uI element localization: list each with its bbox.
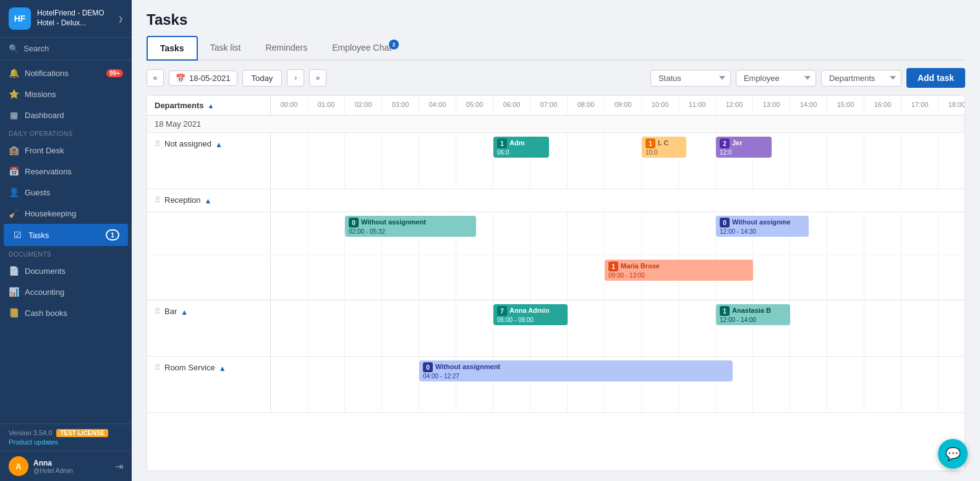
task-block[interactable]: 1Adm06:0 <box>493 137 549 158</box>
expand-icon[interactable]: ▲ <box>215 140 223 149</box>
time-col-bg <box>419 133 456 189</box>
user-info: Anna @Hotel Admin <box>33 459 110 474</box>
time-header-1300: 13:00 <box>753 96 790 115</box>
expand-icon[interactable]: ▲ <box>219 364 226 373</box>
sidebar-footer: Version 3.54.0 TEST LICENSE Product upda… <box>0 424 132 451</box>
time-col-bg <box>827 300 864 356</box>
toolbar: « 📅 18-05-2021 Today › » Status Employee… <box>132 61 980 95</box>
time-col-bg <box>345 256 382 299</box>
sidebar-item-accounting[interactable]: 📊 Accounting <box>0 281 132 302</box>
next-btn[interactable]: › <box>287 69 304 87</box>
search-item[interactable]: 🔍 Search <box>0 38 132 60</box>
dept-name: Reception <box>164 195 201 205</box>
date-display[interactable]: 📅 18-05-2021 <box>169 70 237 86</box>
sidebar-item-reservations[interactable]: 📅 Reservations <box>0 161 132 182</box>
time-header-1000: 10:00 <box>642 96 679 115</box>
task-time: 06:0 <box>497 149 545 156</box>
time-col-bg <box>382 133 419 189</box>
task-number: 7 <box>497 306 507 316</box>
department-rows: ⠿Not assigned▲1Adm06:01L C10:02Jer12:0⠿R… <box>147 133 965 413</box>
time-grid: 0Without assignment02:00 - 05:320Without… <box>271 212 965 255</box>
time-col-bg <box>753 256 790 299</box>
employee-filter[interactable]: Employee <box>736 70 816 87</box>
tab-employee-chat[interactable]: Employee Chat 2 <box>320 36 404 59</box>
tab-tasks[interactable]: Tasks <box>147 36 198 61</box>
chat-bubble[interactable]: 💬 <box>938 439 968 469</box>
task-time: 09:00 - 13:00 <box>608 272 749 279</box>
task-block[interactable]: 1Maria Brose09:00 - 13:00 <box>605 260 753 281</box>
prev-prev-btn[interactable]: « <box>147 69 164 87</box>
dept-row: ⠿Bar▲7Anna Admin06:00 - 08:001Anastasia … <box>147 300 965 357</box>
time-col-bg <box>308 256 345 299</box>
time-col-bg <box>530 212 568 255</box>
sidebar-item-notifications[interactable]: 🔔 Notifications 99+ <box>0 62 132 83</box>
expand-icon[interactable]: ▲ <box>205 197 212 205</box>
avatar: A <box>9 456 28 476</box>
front-desk-icon: 🏨 <box>9 145 19 155</box>
time-col-bg <box>642 300 679 356</box>
logo-area[interactable]: HF HotelFriend - DEMO Hotel - Delux... ❯ <box>0 0 132 38</box>
task-block[interactable]: 1L C10:0 <box>642 137 686 158</box>
page-title: Tasks <box>147 11 965 28</box>
tab-reminders[interactable]: Reminders <box>253 36 320 59</box>
time-col-bg <box>642 212 679 255</box>
time-header-1400: 14:00 <box>790 96 827 115</box>
time-col-bg <box>456 133 493 189</box>
dashboard-label: Dashboard <box>25 111 64 120</box>
time-header-0300: 03:00 <box>382 96 419 115</box>
time-col-bg <box>901 212 939 255</box>
time-col-bg <box>456 256 493 299</box>
task-block[interactable]: 7Anna Admin06:00 - 08:00 <box>493 304 568 325</box>
task-number: 0 <box>349 218 359 228</box>
dept-label: ⠿Bar▲ <box>147 300 271 356</box>
test-license-badge: TEST LICENSE <box>56 429 108 437</box>
sidebar-item-tasks[interactable]: ☑ Tasks 1 <box>4 224 128 246</box>
sidebar-item-cash-books[interactable]: 📒 Cash books <box>0 302 132 323</box>
calendar-header: Departments ▲ 00:0001:0002:0003:0004:000… <box>147 96 965 116</box>
product-updates-link[interactable]: Product updates <box>9 438 123 446</box>
status-filter[interactable]: Status <box>650 70 731 87</box>
sidebar-item-dashboard[interactable]: ▦ Dashboard <box>0 104 132 126</box>
search-label: Search <box>23 44 49 53</box>
expand-icon[interactable]: ▲ <box>181 308 188 317</box>
sidebar-item-housekeeping[interactable]: 🧹 Housekeeping <box>0 203 132 224</box>
task-time: 12:00 - 14:30 <box>720 228 805 235</box>
time-col-bg <box>456 300 493 356</box>
task-time: 10:0 <box>646 149 683 156</box>
time-col-bg <box>271 256 308 299</box>
sub-row: 1Maria Brose09:00 - 13:00 <box>147 256 965 300</box>
task-number: 0 <box>423 362 433 372</box>
next-next-btn[interactable]: » <box>309 69 326 87</box>
cash-books-icon: 📒 <box>9 308 19 318</box>
time-col-bg <box>864 357 901 412</box>
sidebar-item-guests[interactable]: 👤 Guests <box>0 182 132 203</box>
dept-label: ⠿Not assigned▲ <box>147 133 271 189</box>
task-block[interactable]: 0Without assignment04:00 - 12:27 <box>419 360 733 381</box>
task-block[interactable]: 2Jer12:0 <box>716 137 772 158</box>
time-header-1800: 18:00 <box>939 96 965 115</box>
logout-icon[interactable]: ⇥ <box>115 461 123 472</box>
task-number: 1 <box>646 138 655 148</box>
dept-col-header: Departments ▲ <box>147 96 271 115</box>
time-col-bg <box>271 300 308 356</box>
notifications-badge: 99+ <box>106 69 123 77</box>
task-block[interactable]: 0Without assignment02:00 - 05:32 <box>345 216 476 237</box>
time-header-1500: 15:00 <box>827 96 864 115</box>
dept-label: ⠿Reception▲ <box>147 189 271 211</box>
housekeeping-icon: 🧹 <box>9 208 19 218</box>
time-header-0600: 06:00 <box>493 96 530 115</box>
departments-filter[interactable]: Departments <box>821 70 901 87</box>
sidebar-item-documents[interactable]: 📄 Documents <box>0 260 132 281</box>
time-col-bg <box>790 133 827 189</box>
time-header-0400: 04:00 <box>419 96 456 115</box>
sidebar-item-front-desk[interactable]: 🏨 Front Desk <box>0 140 132 161</box>
add-task-button[interactable]: Add task <box>906 68 965 88</box>
today-btn[interactable]: Today <box>242 70 283 87</box>
task-block[interactable]: 1Anastasia B12:00 - 14:00 <box>716 304 790 325</box>
documents-label: Documents <box>25 266 66 276</box>
sub-row: 0Without assignment02:00 - 05:320Without… <box>147 212 965 256</box>
time-col-bg <box>271 133 308 189</box>
tab-task-list[interactable]: Task list <box>198 36 254 59</box>
task-block[interactable]: 0Without assignme12:00 - 14:30 <box>716 216 809 237</box>
sidebar-item-missions[interactable]: ⭐ Missions <box>0 83 132 104</box>
